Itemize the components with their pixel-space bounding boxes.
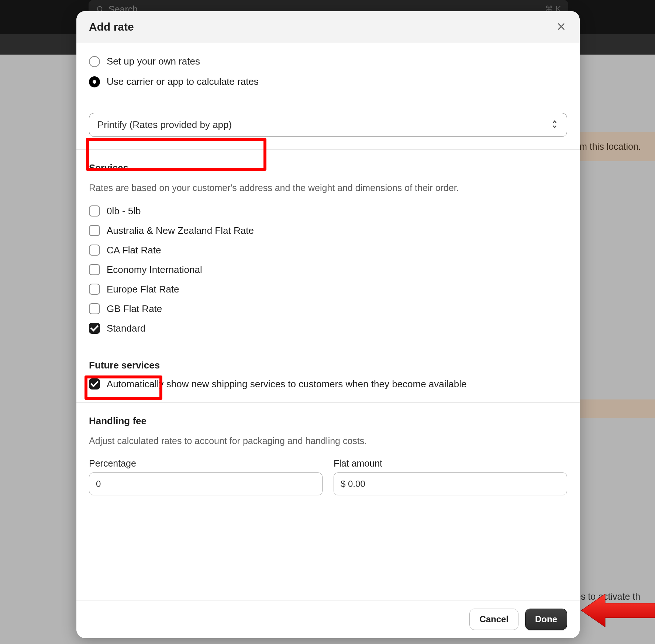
chevron-up-down-icon — [551, 120, 558, 131]
auto-show-services-row[interactable]: Automatically show new shipping services… — [89, 378, 567, 390]
service-row[interactable]: GB Flat Rate — [89, 303, 567, 315]
auto-show-label: Automatically show new shipping services… — [107, 378, 466, 390]
close-icon — [556, 27, 566, 33]
service-label: Standard — [107, 323, 146, 334]
radio-label: Set up your own rates — [107, 56, 200, 67]
modal-header: Add rate — [76, 11, 580, 43]
checkbox-icon — [89, 245, 100, 256]
radio-own-rates[interactable]: Set up your own rates — [89, 56, 567, 67]
handling-fee-description: Adjust calculated rates to account for p… — [89, 434, 567, 448]
checkbox-icon — [89, 284, 100, 295]
service-label: Economy International — [107, 264, 202, 276]
close-button[interactable] — [555, 21, 567, 33]
service-label: GB Flat Rate — [107, 303, 162, 315]
services-section: Services Rates are based on your custome… — [76, 150, 580, 347]
carrier-app-select[interactable]: Printify (Rates provided by app) — [89, 113, 567, 137]
radio-label: Use carrier or app to calculate rates — [107, 76, 259, 87]
checkbox-icon — [89, 264, 100, 275]
percentage-input[interactable] — [89, 472, 323, 495]
radio-icon — [89, 76, 100, 87]
service-label: 0lb - 5lb — [107, 205, 141, 217]
modal-footer: Cancel Done — [76, 600, 580, 638]
cancel-button[interactable]: Cancel — [469, 609, 518, 630]
service-row-standard[interactable]: Standard — [89, 323, 567, 334]
modal-body: Set up your own rates Use carrier or app… — [76, 43, 580, 600]
service-label: Europe Flat Rate — [107, 284, 179, 295]
carrier-app-value: Printify (Rates provided by app) — [97, 119, 232, 131]
add-rate-modal: Add rate Set up your own rates Use carri… — [76, 11, 580, 638]
service-row[interactable]: 0lb - 5lb — [89, 205, 567, 217]
radio-carrier-rates[interactable]: Use carrier or app to calculate rates — [89, 76, 567, 87]
service-label: Australia & New Zealand Flat Rate — [107, 225, 254, 236]
flat-amount-label: Flat amount — [334, 458, 567, 469]
service-row[interactable]: Europe Flat Rate — [89, 284, 567, 295]
checkbox-icon — [89, 303, 100, 314]
checkbox-icon — [89, 225, 100, 236]
handling-fee-heading: Handling fee — [89, 415, 567, 427]
checkbox-icon — [89, 378, 100, 389]
handling-fee-section: Handling fee Adjust calculated rates to … — [76, 403, 580, 508]
percentage-label: Percentage — [89, 458, 323, 469]
services-heading: Services — [89, 162, 567, 174]
services-description: Rates are based on your customer's addre… — [89, 181, 567, 195]
checkbox-icon — [89, 205, 100, 217]
radio-icon — [89, 56, 100, 67]
checkbox-icon — [89, 323, 100, 334]
service-label: CA Flat Rate — [107, 245, 161, 256]
carrier-select-section: Printify (Rates provided by app) — [76, 100, 580, 150]
future-services-heading: Future services — [89, 360, 567, 371]
service-row[interactable]: Economy International — [89, 264, 567, 276]
flat-amount-input[interactable] — [334, 472, 567, 495]
service-row[interactable]: CA Flat Rate — [89, 245, 567, 256]
modal-title: Add rate — [89, 21, 134, 33]
service-row[interactable]: Australia & New Zealand Flat Rate — [89, 225, 567, 236]
rate-type-section: Set up your own rates Use carrier or app… — [76, 43, 580, 100]
done-button[interactable]: Done — [525, 609, 567, 630]
future-services-section: Future services Automatically show new s… — [76, 347, 580, 403]
